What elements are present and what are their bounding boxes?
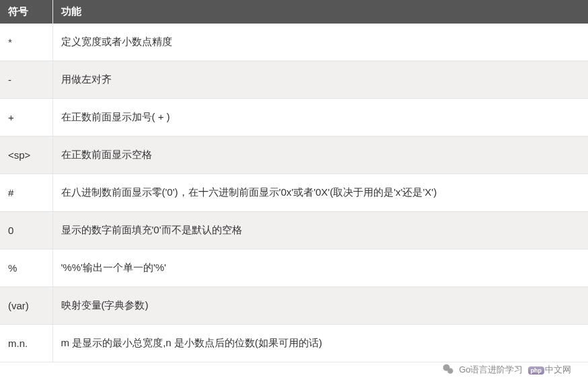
cell-desc: 在八进制数前面显示零('0')，在十六进制前面显示'0x'或者'0X'(取决于用… <box>52 174 588 212</box>
cell-symbol: + <box>0 99 52 136</box>
table-row: * 定义宽度或者小数点精度 <box>0 24 588 61</box>
table-row: m.n. m 是显示的最小总宽度,n 是小数点后的位数(如果可用的话) <box>0 325 588 362</box>
table-row: 0 显示的数字前面填充'0'而不是默认的空格 <box>0 212 588 249</box>
table-header-row: 符号 功能 <box>0 0 588 24</box>
cell-desc: 显示的数字前面填充'0'而不是默认的空格 <box>52 212 588 249</box>
cell-symbol: 0 <box>0 212 52 249</box>
cell-desc: m 是显示的最小总宽度,n 是小数点后的位数(如果可用的话) <box>52 325 588 362</box>
table-row: + 在正数前面显示加号( + ) <box>0 99 588 136</box>
table-row: <sp> 在正数前面显示空格 <box>0 136 588 174</box>
cell-desc: 在正数前面显示加号( + ) <box>52 99 588 136</box>
cell-symbol: # <box>0 174 52 212</box>
cell-desc: 用做左对齐 <box>52 61 588 99</box>
table-row: - 用做左对齐 <box>0 61 588 99</box>
cell-desc: '%%'输出一个单一的'%' <box>52 249 588 287</box>
table-row: (var) 映射变量(字典参数) <box>0 287 588 325</box>
table-row: # 在八进制数前面显示零('0')，在十六进制前面显示'0x'或者'0X'(取决… <box>0 174 588 212</box>
cell-desc: 定义宽度或者小数点精度 <box>52 24 588 61</box>
cell-symbol: m.n. <box>0 325 52 362</box>
format-symbol-table: 符号 功能 * 定义宽度或者小数点精度 - 用做左对齐 + 在正数前面显示加号(… <box>0 0 588 362</box>
cell-symbol: % <box>0 249 52 287</box>
header-function: 功能 <box>52 0 588 24</box>
cell-symbol: <sp> <box>0 136 52 174</box>
cell-desc: 映射变量(字典参数) <box>52 287 588 325</box>
cell-desc: 在正数前面显示空格 <box>52 136 588 174</box>
cell-symbol: * <box>0 24 52 61</box>
header-symbol: 符号 <box>0 0 52 24</box>
cell-symbol: (var) <box>0 287 52 325</box>
table-row: % '%%'输出一个单一的'%' <box>0 249 588 287</box>
cell-symbol: - <box>0 61 52 99</box>
